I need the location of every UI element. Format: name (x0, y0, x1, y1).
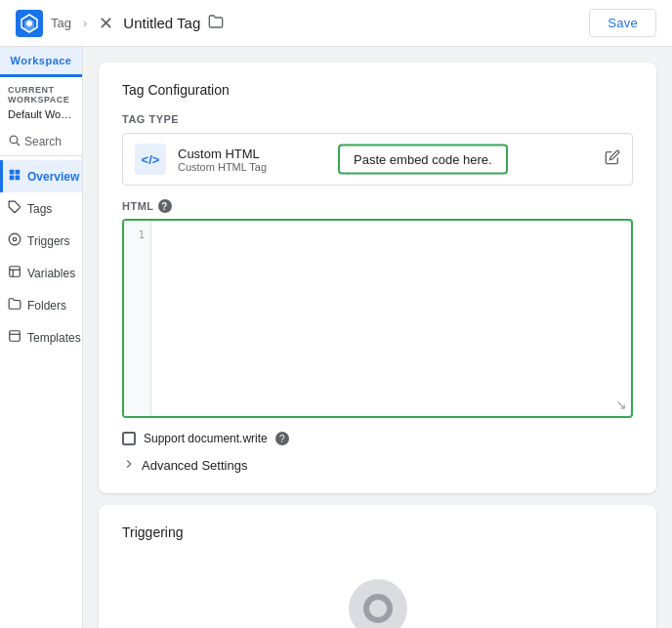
sidebar-label-overview: Overview (27, 170, 79, 184)
trigger-inner-icon (363, 594, 393, 623)
paste-embed-tooltip: Paste embed code here. (338, 145, 508, 175)
html-label: HTML ? (122, 199, 633, 213)
trigger-icon-circle (349, 579, 407, 628)
sidebar-label-templates: Templates (27, 331, 81, 345)
search-placeholder: Search (24, 135, 62, 148)
header-divider: › (83, 16, 87, 30)
support-document-write-row: Support document.write ? (122, 432, 633, 445)
svg-line-5 (17, 143, 20, 146)
svg-point-12 (13, 237, 17, 241)
support-document-write-label: Support document.write (144, 432, 268, 445)
svg-point-11 (9, 233, 21, 245)
svg-point-3 (26, 21, 32, 26)
tag-type-icon: </> (135, 144, 166, 175)
variables-icon (8, 265, 21, 281)
svg-rect-7 (16, 170, 21, 175)
support-document-write-checkbox[interactable] (122, 432, 136, 445)
search-icon (8, 134, 21, 149)
support-help-icon[interactable]: ? (275, 432, 289, 445)
resize-handle[interactable]: ↘ (615, 397, 627, 412)
app-name-label: Tag (51, 16, 71, 30)
current-workspace-label: CURRENT WORKSPACE (0, 77, 82, 106)
line-numbers: 1 (124, 221, 151, 416)
triggering-title: Triggering (122, 524, 184, 540)
search-bar[interactable]: Search (0, 128, 82, 156)
main-layout: Workspace CURRENT WORKSPACE Default Work… (0, 47, 672, 628)
svg-rect-6 (10, 170, 15, 175)
sidebar-item-folders[interactable]: Folders (0, 289, 82, 321)
close-button[interactable]: ✕ (99, 15, 113, 32)
sidebar-label-folders: Folders (27, 299, 66, 313)
svg-rect-13 (10, 267, 21, 277)
chevron-right-icon (122, 457, 136, 474)
content-area: Tag Configuration Tag Type </> Custom HT… (83, 47, 672, 628)
gtm-logo (16, 10, 43, 37)
svg-rect-9 (16, 176, 21, 181)
sidebar-item-variables[interactable]: Variables (0, 257, 82, 289)
trigger-placeholder (122, 556, 633, 628)
code-input-area[interactable] (151, 221, 631, 416)
folder-icon[interactable] (208, 14, 224, 33)
edit-icon[interactable] (605, 149, 620, 169)
save-button[interactable]: Save (589, 9, 656, 37)
sidebar-label-tags: Tags (27, 202, 52, 216)
svg-point-4 (10, 136, 18, 144)
tags-icon (8, 200, 21, 217)
advanced-settings-row[interactable]: Advanced Settings (122, 457, 633, 474)
folders-icon (8, 297, 21, 314)
sidebar-label-triggers: Triggers (27, 234, 70, 248)
sidebar-item-tags[interactable]: Tags (0, 192, 82, 225)
sidebar: Workspace CURRENT WORKSPACE Default Work… (0, 47, 83, 628)
html-help-icon[interactable]: ? (158, 199, 172, 213)
tag-type-row[interactable]: </> Custom HTML Custom HTML Tag Paste em… (122, 133, 633, 186)
advanced-settings-label: Advanced Settings (142, 458, 247, 473)
sidebar-item-templates[interactable]: Templates (0, 321, 82, 354)
sidebar-item-triggers[interactable]: Triggers (0, 225, 82, 257)
sidebar-label-variables: Variables (27, 267, 75, 280)
html-code-editor[interactable]: 1 ↘ (122, 219, 633, 418)
svg-rect-16 (10, 331, 21, 342)
svg-rect-8 (10, 176, 15, 181)
templates-icon (8, 329, 21, 346)
overview-icon (8, 168, 21, 185)
tag-title: Untitled Tag (123, 15, 200, 31)
tag-config-title: Tag Configuration (122, 82, 633, 98)
tag-type-label: Tag Type (122, 113, 633, 125)
sidebar-item-overview[interactable]: Overview (0, 160, 82, 192)
triggers-icon (8, 232, 21, 249)
triggering-card: Triggering (99, 505, 656, 628)
top-bar: Tag › ✕ Untitled Tag Save (0, 0, 672, 47)
workspace-tab[interactable]: Workspace (0, 47, 82, 77)
tag-configuration-card: Tag Configuration Tag Type </> Custom HT… (99, 63, 656, 493)
workspace-name: Default Workspace (0, 106, 82, 128)
